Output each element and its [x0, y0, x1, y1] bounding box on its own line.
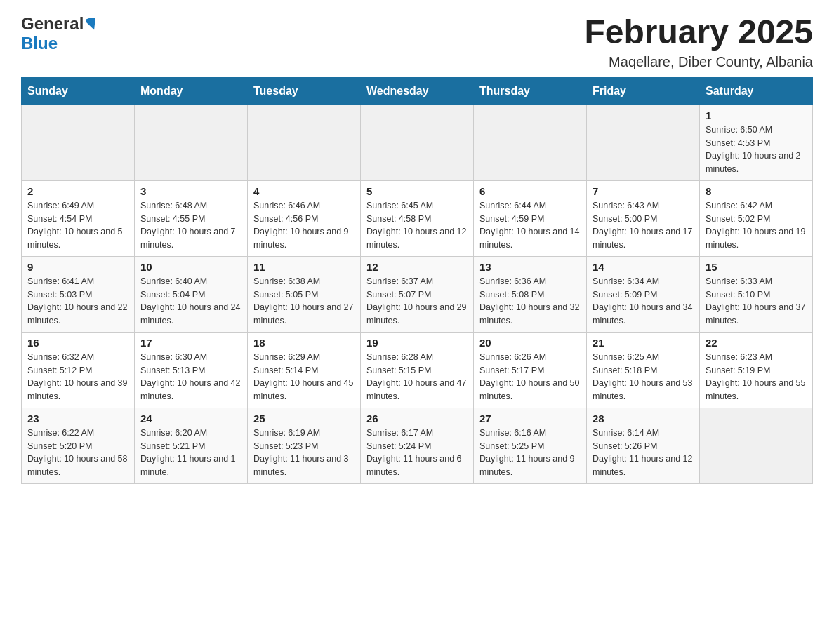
weekday-header-wednesday: Wednesday	[361, 77, 474, 105]
weekday-header-sunday: Sunday	[22, 77, 135, 105]
day-number: 4	[253, 185, 355, 197]
day-number: 20	[479, 337, 581, 349]
logo: General Blue	[21, 14, 98, 53]
day-info: Sunrise: 6:49 AM Sunset: 4:54 PM Dayligh…	[27, 199, 128, 252]
calendar-cell: 10Sunrise: 6:40 AM Sunset: 5:04 PM Dayli…	[135, 256, 248, 332]
day-info: Sunrise: 6:22 AM Sunset: 5:20 PM Dayligh…	[27, 427, 128, 479]
day-info: Sunrise: 6:46 AM Sunset: 4:56 PM Dayligh…	[253, 199, 355, 252]
day-info: Sunrise: 6:38 AM Sunset: 5:05 PM Dayligh…	[253, 275, 355, 328]
day-number: 2	[27, 185, 128, 197]
day-number: 27	[479, 412, 581, 424]
calendar-cell: 20Sunrise: 6:26 AM Sunset: 5:17 PM Dayli…	[474, 332, 587, 408]
day-info: Sunrise: 6:34 AM Sunset: 5:09 PM Dayligh…	[593, 275, 694, 328]
calendar-cell: 7Sunrise: 6:43 AM Sunset: 5:00 PM Daylig…	[587, 180, 700, 256]
calendar-cell: 5Sunrise: 6:45 AM Sunset: 4:58 PM Daylig…	[361, 180, 474, 256]
location-subtitle: Maqellare, Diber County, Albania	[584, 54, 813, 70]
day-number: 3	[140, 185, 241, 197]
day-number: 23	[27, 412, 128, 424]
calendar-cell	[474, 105, 587, 180]
day-info: Sunrise: 6:19 AM Sunset: 5:23 PM Dayligh…	[253, 427, 355, 479]
weekday-header-tuesday: Tuesday	[248, 77, 361, 105]
day-number: 15	[706, 261, 807, 273]
calendar-week-4: 16Sunrise: 6:32 AM Sunset: 5:12 PM Dayli…	[22, 332, 813, 408]
day-info: Sunrise: 6:28 AM Sunset: 5:15 PM Dayligh…	[366, 351, 468, 403]
calendar-cell: 24Sunrise: 6:20 AM Sunset: 5:21 PM Dayli…	[135, 408, 248, 483]
day-info: Sunrise: 6:50 AM Sunset: 4:53 PM Dayligh…	[706, 123, 807, 176]
day-info: Sunrise: 6:32 AM Sunset: 5:12 PM Dayligh…	[27, 351, 128, 403]
day-number: 5	[366, 185, 468, 197]
day-info: Sunrise: 6:37 AM Sunset: 5:07 PM Dayligh…	[366, 275, 468, 328]
calendar-cell: 12Sunrise: 6:37 AM Sunset: 5:07 PM Dayli…	[361, 256, 474, 332]
calendar-cell	[135, 105, 248, 180]
calendar-week-2: 2Sunrise: 6:49 AM Sunset: 4:54 PM Daylig…	[22, 180, 813, 256]
day-info: Sunrise: 6:26 AM Sunset: 5:17 PM Dayligh…	[479, 351, 581, 403]
day-number: 24	[140, 412, 241, 424]
calendar-cell: 21Sunrise: 6:25 AM Sunset: 5:18 PM Dayli…	[587, 332, 700, 408]
day-number: 22	[706, 337, 807, 349]
day-number: 19	[366, 337, 468, 349]
day-number: 10	[140, 261, 241, 273]
calendar-cell: 2Sunrise: 6:49 AM Sunset: 4:54 PM Daylig…	[22, 180, 135, 256]
calendar-cell: 22Sunrise: 6:23 AM Sunset: 5:19 PM Dayli…	[700, 332, 813, 408]
calendar-cell: 1Sunrise: 6:50 AM Sunset: 4:53 PM Daylig…	[700, 105, 813, 180]
calendar-cell: 17Sunrise: 6:30 AM Sunset: 5:13 PM Dayli…	[135, 332, 248, 408]
logo-triangle-icon	[86, 18, 98, 33]
calendar-cell: 23Sunrise: 6:22 AM Sunset: 5:20 PM Dayli…	[22, 408, 135, 483]
day-info: Sunrise: 6:48 AM Sunset: 4:55 PM Dayligh…	[140, 199, 241, 252]
calendar-cell	[248, 105, 361, 180]
calendar-cell: 18Sunrise: 6:29 AM Sunset: 5:14 PM Dayli…	[248, 332, 361, 408]
day-info: Sunrise: 6:41 AM Sunset: 5:03 PM Dayligh…	[27, 275, 128, 328]
day-number: 21	[593, 337, 694, 349]
calendar-cell: 11Sunrise: 6:38 AM Sunset: 5:05 PM Dayli…	[248, 256, 361, 332]
calendar-cell	[22, 105, 135, 180]
svg-marker-0	[86, 18, 98, 30]
day-number: 8	[706, 185, 807, 197]
day-info: Sunrise: 6:25 AM Sunset: 5:18 PM Dayligh…	[593, 351, 694, 403]
day-number: 11	[253, 261, 355, 273]
day-info: Sunrise: 6:16 AM Sunset: 5:25 PM Dayligh…	[479, 427, 581, 479]
calendar-cell	[587, 105, 700, 180]
day-info: Sunrise: 6:23 AM Sunset: 5:19 PM Dayligh…	[706, 351, 807, 403]
day-number: 26	[366, 412, 468, 424]
calendar-cell: 3Sunrise: 6:48 AM Sunset: 4:55 PM Daylig…	[135, 180, 248, 256]
day-number: 25	[253, 412, 355, 424]
calendar-cell: 9Sunrise: 6:41 AM Sunset: 5:03 PM Daylig…	[22, 256, 135, 332]
day-number: 18	[253, 337, 355, 349]
day-number: 6	[479, 185, 581, 197]
calendar-cell: 26Sunrise: 6:17 AM Sunset: 5:24 PM Dayli…	[361, 408, 474, 483]
weekday-header-saturday: Saturday	[700, 77, 813, 105]
calendar-cell: 28Sunrise: 6:14 AM Sunset: 5:26 PM Dayli…	[587, 408, 700, 483]
day-info: Sunrise: 6:40 AM Sunset: 5:04 PM Dayligh…	[140, 275, 241, 328]
calendar-cell: 13Sunrise: 6:36 AM Sunset: 5:08 PM Dayli…	[474, 256, 587, 332]
day-number: 7	[593, 185, 694, 197]
logo-blue-text: Blue	[21, 34, 58, 53]
weekday-header-friday: Friday	[587, 77, 700, 105]
calendar-cell: 27Sunrise: 6:16 AM Sunset: 5:25 PM Dayli…	[474, 408, 587, 483]
day-number: 12	[366, 261, 468, 273]
calendar-cell: 4Sunrise: 6:46 AM Sunset: 4:56 PM Daylig…	[248, 180, 361, 256]
calendar-cell: 6Sunrise: 6:44 AM Sunset: 4:59 PM Daylig…	[474, 180, 587, 256]
day-info: Sunrise: 6:17 AM Sunset: 5:24 PM Dayligh…	[366, 427, 468, 479]
day-number: 14	[593, 261, 694, 273]
day-info: Sunrise: 6:30 AM Sunset: 5:13 PM Dayligh…	[140, 351, 241, 403]
calendar-cell	[700, 408, 813, 483]
day-info: Sunrise: 6:33 AM Sunset: 5:10 PM Dayligh…	[706, 275, 807, 328]
calendar-cell	[361, 105, 474, 180]
day-info: Sunrise: 6:14 AM Sunset: 5:26 PM Dayligh…	[593, 427, 694, 479]
day-info: Sunrise: 6:45 AM Sunset: 4:58 PM Dayligh…	[366, 199, 468, 252]
calendar-week-1: 1Sunrise: 6:50 AM Sunset: 4:53 PM Daylig…	[22, 105, 813, 180]
day-info: Sunrise: 6:42 AM Sunset: 5:02 PM Dayligh…	[706, 199, 807, 252]
day-info: Sunrise: 6:44 AM Sunset: 4:59 PM Dayligh…	[479, 199, 581, 252]
calendar-cell: 14Sunrise: 6:34 AM Sunset: 5:09 PM Dayli…	[587, 256, 700, 332]
page-header: General Blue February 2025 Maqellare, Di…	[21, 14, 813, 70]
day-number: 1	[706, 109, 807, 121]
day-number: 28	[593, 412, 694, 424]
logo-general-text: General	[21, 14, 84, 34]
day-info: Sunrise: 6:43 AM Sunset: 5:00 PM Dayligh…	[593, 199, 694, 252]
month-title: February 2025	[584, 14, 813, 51]
day-number: 17	[140, 337, 241, 349]
title-area: February 2025 Maqellare, Diber County, A…	[584, 14, 813, 70]
calendar-cell: 19Sunrise: 6:28 AM Sunset: 5:15 PM Dayli…	[361, 332, 474, 408]
day-info: Sunrise: 6:20 AM Sunset: 5:21 PM Dayligh…	[140, 427, 241, 479]
calendar-table: SundayMondayTuesdayWednesdayThursdayFrid…	[21, 77, 813, 484]
